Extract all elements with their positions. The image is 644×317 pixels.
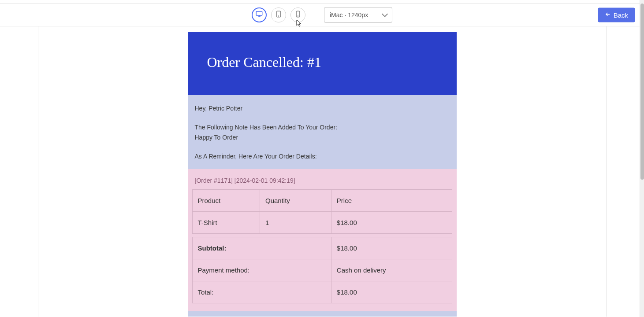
col-product: Product [192, 190, 260, 212]
total-value: $18.00 [331, 281, 452, 303]
arrow-left-icon [605, 11, 611, 18]
tablet-icon [275, 10, 283, 19]
col-price: Price [331, 190, 452, 212]
address-section: Billing Address Shipping Address [188, 311, 457, 317]
preview-toolbar: iMac · 1240px Back [0, 4, 644, 26]
scrollbar-thumb[interactable] [640, 4, 644, 180]
tablet-view-button[interactable] [271, 7, 286, 22]
col-quantity: Quantity [260, 190, 331, 212]
svg-rect-0 [256, 11, 262, 15]
device-buttons: iMac · 1240px [252, 7, 392, 23]
desktop-icon [255, 10, 263, 19]
item-product: T-Shirt [192, 212, 260, 234]
viewport-select[interactable]: iMac · 1240px [324, 7, 392, 23]
payment-row: Payment method: Cash on delivery [192, 259, 452, 281]
svg-point-4 [278, 16, 279, 16]
subtotal-row: Subtotal: $18.00 [192, 237, 452, 259]
email-title: Order Cancelled: #1 [207, 54, 437, 70]
scrollbar[interactable] [640, 0, 644, 317]
viewport-select-wrap: iMac · 1240px [317, 7, 392, 23]
email-body: Hey, Petric Potter The Following Note Ha… [188, 95, 457, 169]
subtotal-value: $18.00 [331, 237, 452, 259]
greeting-text: Hey, Petric Potter [195, 104, 450, 113]
svg-point-6 [298, 16, 298, 16]
mobile-view-button[interactable] [290, 7, 305, 22]
item-price: $18.00 [331, 212, 452, 234]
order-section: [Order #1171] [2024-02-01 09:42:19] Prod… [188, 169, 457, 311]
separator-row [192, 234, 452, 237]
table-row: T-Shirt 1 $18.00 [192, 212, 452, 234]
back-button-label: Back [614, 11, 628, 18]
item-quantity: 1 [260, 212, 331, 234]
total-label: Total: [192, 281, 331, 303]
payment-label: Payment method: [192, 259, 331, 281]
desktop-view-button[interactable] [252, 7, 267, 22]
table-header-row: Product Quantity Price [192, 190, 452, 212]
back-button[interactable]: Back [598, 7, 635, 22]
order-meta: [Order #1171] [2024-02-01 09:42:19] [195, 177, 450, 184]
note-text: Happy To Order [195, 133, 450, 142]
order-table: Product Quantity Price T-Shirt 1 $18.00 … [192, 189, 452, 303]
note-intro-text: The Following Note Has Been Added To You… [195, 123, 450, 132]
reminder-text: As A Reminder, Here Are Your Order Detai… [195, 152, 450, 161]
payment-value: Cash on delivery [331, 259, 452, 281]
email-container: Order Cancelled: #1 Hey, Petric Potter T… [188, 32, 457, 317]
total-row: Total: $18.00 [192, 281, 452, 303]
preview-frame: Order Cancelled: #1 Hey, Petric Potter T… [38, 26, 607, 317]
email-header: Order Cancelled: #1 [188, 32, 457, 95]
subtotal-label: Subtotal: [192, 237, 331, 259]
mobile-icon [294, 10, 302, 19]
